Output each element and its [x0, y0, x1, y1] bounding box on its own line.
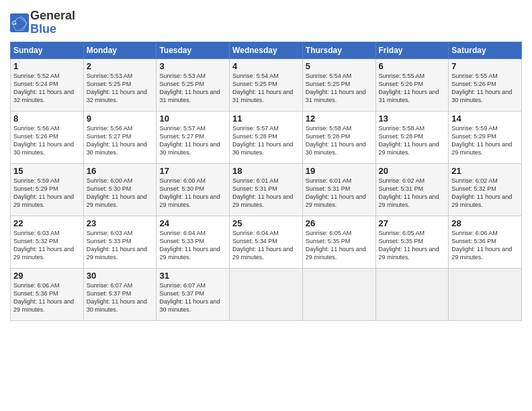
calendar-header: G General Blue — [10, 7, 522, 36]
cell-info: Sunrise: 5:59 AMSunset: 5:29 PMDaylight:… — [451, 124, 519, 157]
day-number: 21 — [451, 166, 519, 176]
weekday-header-thursday: Thursday — [302, 42, 375, 58]
calendar-week-3: 15 Sunrise: 5:59 AMSunset: 5:29 PMDaylig… — [11, 163, 522, 216]
calendar-cell: 22 Sunrise: 6:03 AMSunset: 5:32 PMDaylig… — [11, 216, 84, 268]
cell-info: Sunrise: 6:02 AMSunset: 5:31 PMDaylight:… — [379, 177, 446, 210]
day-number: 15 — [13, 166, 81, 176]
cell-info: Sunrise: 5:52 AMSunset: 5:24 PMDaylight:… — [13, 72, 81, 105]
day-number: 18 — [232, 166, 300, 176]
calendar-container: G General Blue SundayMondayTuesdayWednes… — [0, 0, 532, 411]
cell-info: Sunrise: 6:01 AMSunset: 5:31 PMDaylight:… — [306, 177, 373, 210]
cell-info: Sunrise: 6:00 AMSunset: 5:30 PMDaylight:… — [87, 177, 154, 210]
day-number: 19 — [306, 166, 373, 176]
calendar-cell: 5 Sunrise: 5:54 AMSunset: 5:25 PMDayligh… — [302, 58, 375, 111]
calendar-cell: 31 Sunrise: 6:07 AMSunset: 5:37 PMDaylig… — [157, 268, 230, 320]
calendar-cell: 3 Sunrise: 5:53 AMSunset: 5:25 PMDayligh… — [157, 58, 230, 111]
calendar-cell: 23 Sunrise: 6:03 AMSunset: 5:33 PMDaylig… — [83, 216, 157, 268]
calendar-cell — [375, 268, 449, 320]
cell-info: Sunrise: 6:05 AMSunset: 5:35 PMDaylight:… — [379, 229, 446, 262]
day-number: 10 — [159, 113, 226, 124]
day-number: 31 — [159, 271, 226, 281]
day-number: 5 — [306, 61, 373, 71]
cell-info: Sunrise: 6:06 AMSunset: 5:36 PMDaylight:… — [13, 281, 81, 314]
weekday-header-saturday: Saturday — [449, 42, 522, 58]
cell-info: Sunrise: 5:57 AMSunset: 5:27 PMDaylight:… — [159, 124, 226, 157]
cell-info: Sunrise: 6:04 AMSunset: 5:34 PMDaylight:… — [232, 229, 300, 262]
calendar-cell: 17 Sunrise: 6:00 AMSunset: 5:30 PMDaylig… — [157, 163, 230, 216]
day-number: 20 — [379, 166, 446, 176]
day-number: 30 — [87, 271, 154, 281]
day-number: 11 — [232, 113, 300, 124]
cell-info: Sunrise: 5:55 AMSunset: 5:26 PMDaylight:… — [451, 72, 519, 105]
calendar-cell: 1 Sunrise: 5:52 AMSunset: 5:24 PMDayligh… — [11, 58, 84, 111]
calendar-cell: 18 Sunrise: 6:01 AMSunset: 5:31 PMDaylig… — [230, 163, 303, 216]
calendar-week-5: 29 Sunrise: 6:06 AMSunset: 5:36 PMDaylig… — [11, 268, 522, 320]
calendar-cell: 27 Sunrise: 6:05 AMSunset: 5:35 PMDaylig… — [375, 216, 449, 268]
cell-info: Sunrise: 6:00 AMSunset: 5:30 PMDaylight:… — [159, 177, 226, 210]
calendar-cell: 11 Sunrise: 5:57 AMSunset: 5:28 PMDaylig… — [230, 111, 303, 163]
cell-info: Sunrise: 6:03 AMSunset: 5:32 PMDaylight:… — [13, 229, 81, 262]
calendar-cell: 9 Sunrise: 5:56 AMSunset: 5:27 PMDayligh… — [83, 111, 157, 163]
cell-info: Sunrise: 5:54 AMSunset: 5:25 PMDaylight:… — [306, 72, 373, 105]
calendar-cell: 29 Sunrise: 6:06 AMSunset: 5:36 PMDaylig… — [11, 268, 84, 320]
calendar-cell: 6 Sunrise: 5:55 AMSunset: 5:26 PMDayligh… — [375, 58, 449, 111]
cell-info: Sunrise: 5:57 AMSunset: 5:28 PMDaylight:… — [232, 124, 300, 157]
cell-info: Sunrise: 5:56 AMSunset: 5:26 PMDaylight:… — [13, 124, 81, 157]
day-number: 4 — [232, 61, 300, 71]
cell-info: Sunrise: 5:55 AMSunset: 5:26 PMDaylight:… — [379, 72, 446, 105]
calendar-week-1: 1 Sunrise: 5:52 AMSunset: 5:24 PMDayligh… — [11, 58, 522, 111]
calendar-cell: 21 Sunrise: 6:02 AMSunset: 5:32 PMDaylig… — [449, 163, 522, 216]
day-number: 8 — [13, 113, 81, 124]
cell-info: Sunrise: 5:56 AMSunset: 5:27 PMDaylight:… — [87, 124, 154, 157]
cell-info: Sunrise: 5:53 AMSunset: 5:25 PMDaylight:… — [87, 72, 154, 105]
cell-info: Sunrise: 5:58 AMSunset: 5:28 PMDaylight:… — [379, 124, 446, 157]
weekday-header-monday: Monday — [83, 42, 157, 58]
weekday-header-friday: Friday — [375, 42, 449, 58]
day-number: 24 — [159, 218, 226, 228]
cell-info: Sunrise: 6:07 AMSunset: 5:37 PMDaylight:… — [159, 281, 226, 314]
weekday-header-wednesday: Wednesday — [230, 42, 303, 58]
cell-info: Sunrise: 6:07 AMSunset: 5:37 PMDaylight:… — [87, 281, 154, 314]
calendar-cell: 12 Sunrise: 5:58 AMSunset: 5:28 PMDaylig… — [302, 111, 375, 163]
day-number: 25 — [232, 218, 300, 228]
calendar-cell: 20 Sunrise: 6:02 AMSunset: 5:31 PMDaylig… — [375, 163, 449, 216]
calendar-cell: 26 Sunrise: 6:05 AMSunset: 5:35 PMDaylig… — [302, 216, 375, 268]
day-number: 14 — [451, 113, 519, 124]
calendar-week-4: 22 Sunrise: 6:03 AMSunset: 5:32 PMDaylig… — [11, 216, 522, 268]
cell-info: Sunrise: 5:58 AMSunset: 5:28 PMDaylight:… — [306, 124, 373, 157]
calendar-cell: 16 Sunrise: 6:00 AMSunset: 5:30 PMDaylig… — [83, 163, 157, 216]
cell-info: Sunrise: 5:53 AMSunset: 5:25 PMDaylight:… — [159, 72, 226, 105]
day-number: 28 — [451, 218, 519, 228]
cell-info: Sunrise: 6:04 AMSunset: 5:33 PMDaylight:… — [159, 229, 226, 262]
day-number: 1 — [13, 61, 81, 71]
calendar-cell: 30 Sunrise: 6:07 AMSunset: 5:37 PMDaylig… — [83, 268, 157, 320]
calendar-cell: 28 Sunrise: 6:06 AMSunset: 5:36 PMDaylig… — [449, 216, 522, 268]
calendar-cell: 7 Sunrise: 5:55 AMSunset: 5:26 PMDayligh… — [449, 58, 522, 111]
day-number: 16 — [87, 166, 154, 176]
calendar-cell — [302, 268, 375, 320]
calendar-cell: 13 Sunrise: 5:58 AMSunset: 5:28 PMDaylig… — [375, 111, 449, 163]
day-number: 29 — [13, 271, 81, 281]
cell-info: Sunrise: 6:05 AMSunset: 5:35 PMDaylight:… — [306, 229, 373, 262]
cell-info: Sunrise: 5:54 AMSunset: 5:25 PMDaylight:… — [232, 72, 300, 105]
cell-info: Sunrise: 6:06 AMSunset: 5:36 PMDaylight:… — [451, 229, 519, 262]
day-number: 23 — [87, 218, 154, 228]
day-number: 7 — [451, 61, 519, 71]
day-number: 17 — [159, 166, 226, 176]
cell-info: Sunrise: 5:59 AMSunset: 5:29 PMDaylight:… — [13, 177, 81, 210]
calendar-cell: 2 Sunrise: 5:53 AMSunset: 5:25 PMDayligh… — [83, 58, 157, 111]
weekday-header-tuesday: Tuesday — [157, 42, 230, 58]
calendar-cell — [230, 268, 303, 320]
day-number: 12 — [306, 113, 373, 124]
day-number: 6 — [379, 61, 446, 71]
logo-icon: G — [10, 13, 29, 32]
calendar-cell: 8 Sunrise: 5:56 AMSunset: 5:26 PMDayligh… — [11, 111, 84, 163]
logo: G General Blue — [10, 9, 75, 36]
calendar-week-2: 8 Sunrise: 5:56 AMSunset: 5:26 PMDayligh… — [11, 111, 522, 163]
weekday-header-row: SundayMondayTuesdayWednesdayThursdayFrid… — [11, 42, 522, 58]
day-number: 3 — [159, 61, 226, 71]
calendar-cell: 4 Sunrise: 5:54 AMSunset: 5:25 PMDayligh… — [230, 58, 303, 111]
calendar-cell: 14 Sunrise: 5:59 AMSunset: 5:29 PMDaylig… — [449, 111, 522, 163]
calendar-cell: 15 Sunrise: 5:59 AMSunset: 5:29 PMDaylig… — [11, 163, 84, 216]
calendar-cell: 24 Sunrise: 6:04 AMSunset: 5:33 PMDaylig… — [157, 216, 230, 268]
